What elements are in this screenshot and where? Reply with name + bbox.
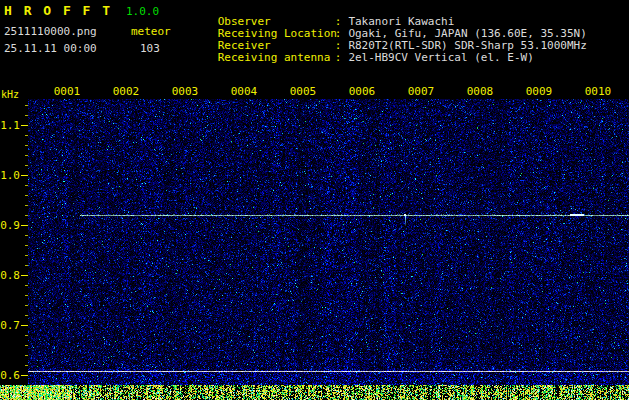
- observer-row: Observer:Takanori Kawachi: [178, 4, 587, 16]
- spectrogram-canvas: [28, 99, 629, 385]
- x-tick-label: 0005: [288, 85, 318, 98]
- info-separator: :: [335, 51, 342, 64]
- app-title: H R O F F T: [4, 3, 112, 18]
- tick-mark: [21, 125, 28, 126]
- observation-mode: meteor: [131, 25, 171, 38]
- y-tick-label: 0.9: [0, 219, 20, 232]
- app-version: 1.0.0: [126, 5, 159, 18]
- y-tick-label: 0.8: [0, 269, 20, 282]
- y-axis-unit: kHz: [1, 89, 19, 100]
- output-filename: 2511110000.png: [4, 25, 97, 38]
- x-tick-label: 0006: [347, 85, 377, 98]
- observer-info: Observer:Takanori Kawachi Receiving Loca…: [178, 4, 587, 52]
- x-tick-label: 0002: [111, 85, 141, 98]
- x-tick-label: 0008: [465, 85, 495, 98]
- x-tick-label: 0009: [524, 85, 554, 98]
- tick-mark: [21, 225, 28, 226]
- info-label: Receiving antenna: [218, 52, 335, 64]
- tick-mark: [21, 325, 28, 326]
- y-tick-label: 0.7: [0, 319, 20, 332]
- y-tick-label: 1.0: [0, 169, 20, 182]
- observation-datetime: 25.11.11 00:00: [4, 42, 97, 55]
- info-value: 2el-HB9CV Vertical (el. E-W): [348, 51, 533, 64]
- x-tick-label: 0007: [406, 85, 436, 98]
- signal-level-band-canvas: [0, 385, 629, 400]
- header-count: 103: [140, 42, 160, 55]
- x-tick-label: 0001: [52, 85, 82, 98]
- x-tick-label: 0004: [229, 85, 259, 98]
- x-tick-label: 0003: [170, 85, 200, 98]
- hrofft-window: H R O F F T 1.0.0 2511110000.png meteor …: [0, 0, 629, 400]
- x-tick-label: 0010: [583, 85, 613, 98]
- tick-mark: [21, 175, 28, 176]
- tick-mark: [21, 375, 28, 376]
- y-tick-label: 1.1: [0, 119, 20, 132]
- tick-mark: [21, 275, 28, 276]
- y-tick-label: 0.6: [0, 369, 20, 382]
